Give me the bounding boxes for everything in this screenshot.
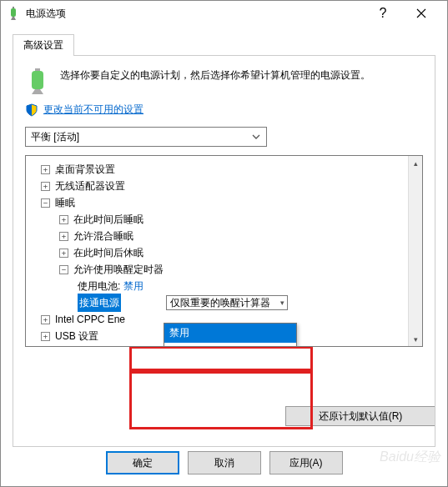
plus-icon[interactable]: + xyxy=(41,182,50,191)
scroll-down-icon[interactable]: ▾ xyxy=(409,332,422,346)
plugged-in-combobox[interactable]: 仅限重要的唤醒计算器 ▾ xyxy=(166,295,288,310)
tree-item-on-battery[interactable]: 使用电池:禁用 xyxy=(29,278,419,294)
tree-item-sleep-after[interactable]: +在此时间后睡眠 xyxy=(29,211,419,228)
dialog-buttons: 确定 取消 应用(A) xyxy=(1,451,447,474)
minus-icon[interactable]: − xyxy=(59,265,68,274)
tree-item-desktop-background[interactable]: +桌面背景设置 xyxy=(29,161,419,178)
ok-button[interactable]: 确定 xyxy=(106,451,179,474)
plus-icon[interactable]: + xyxy=(41,332,50,341)
titlebar: 电源选项 ? xyxy=(1,1,447,26)
plan-combobox[interactable]: 平衡 [活动] xyxy=(25,127,267,147)
dropdown-option-disable[interactable]: 禁用 xyxy=(164,324,296,343)
window-title: 电源选项 xyxy=(26,7,364,21)
intro-text: 选择你要自定义的电源计划，然后选择你希望计算机管理的电源设置。 xyxy=(60,68,370,94)
plan-combobox-value: 平衡 [活动] xyxy=(31,130,79,144)
value-dropdown[interactable]: 禁用 启用 仅限重要的唤醒计算器 xyxy=(164,323,297,347)
close-button[interactable] xyxy=(402,1,440,26)
tab-advanced[interactable]: 高级设置 xyxy=(13,34,74,56)
tree-item-plugged-in-label: 接通电源 xyxy=(78,294,121,312)
plus-icon[interactable]: + xyxy=(41,165,50,174)
tree-item-hybrid-sleep[interactable]: +允许混合睡眠 xyxy=(29,228,419,244)
tree-item-sleep[interactable]: −睡眠 xyxy=(29,194,419,211)
content-area: 高级设置 选择你要自定义的电源计划，然后选择你希望计算机管理的电源设置。 更改当… xyxy=(1,26,447,455)
caret-down-icon: ▾ xyxy=(280,294,284,311)
power-icon xyxy=(8,7,21,20)
dropdown-option-enable[interactable]: 启用 xyxy=(164,343,296,347)
tree-item-wireless[interactable]: +无线适配器设置 xyxy=(29,178,419,194)
svg-rect-0 xyxy=(11,8,16,17)
cancel-button[interactable]: 取消 xyxy=(188,451,261,474)
plus-icon[interactable]: + xyxy=(41,315,50,324)
svg-rect-3 xyxy=(35,68,40,71)
minus-icon[interactable]: − xyxy=(41,198,50,208)
tree-item-plugged-in[interactable]: 接通电源 仅限重要的唤醒计算器 ▾ xyxy=(29,294,419,311)
plugged-in-combobox-value: 仅限重要的唤醒计算器 xyxy=(170,294,270,311)
dialog-window: 电源选项 ? 高级设置 选择你要自定义的电源计划，然后选择你希望计算机管理的电源… xyxy=(0,0,448,487)
svg-rect-2 xyxy=(32,71,43,89)
change-unavailable-link[interactable]: 更改当前不可用的设置 xyxy=(43,103,143,117)
shield-row: 更改当前不可用的设置 xyxy=(25,103,423,117)
shield-icon xyxy=(25,103,38,117)
settings-tree[interactable]: +桌面背景设置 +无线适配器设置 −睡眠 +在此时间后睡眠 +允许混合睡眠 +在… xyxy=(25,155,423,347)
tree-item-hibernate-after[interactable]: +在此时间后休眠 xyxy=(29,244,419,261)
plus-icon[interactable]: + xyxy=(59,232,68,241)
plus-icon[interactable]: + xyxy=(59,249,68,258)
battery-icon xyxy=(25,68,52,94)
chevron-down-icon xyxy=(248,128,264,146)
svg-rect-1 xyxy=(13,7,14,8)
plus-icon[interactable]: + xyxy=(59,215,68,224)
scroll-up-icon[interactable]: ▴ xyxy=(409,156,422,170)
tree-item-wake-timers[interactable]: −允许使用唤醒定时器 xyxy=(29,261,419,278)
tabs: 高级设置 选择你要自定义的电源计划，然后选择你希望计算机管理的电源设置。 更改当… xyxy=(13,34,435,447)
tree-scrollbar[interactable]: ▴ ▾ xyxy=(408,156,422,346)
apply-button[interactable]: 应用(A) xyxy=(269,451,343,474)
intro-row: 选择你要自定义的电源计划，然后选择你希望计算机管理的电源设置。 xyxy=(25,68,423,94)
tab-panel: 选择你要自定义的电源计划，然后选择你希望计算机管理的电源设置。 更改当前不可用的… xyxy=(13,55,435,447)
help-button[interactable]: ? xyxy=(364,1,402,26)
